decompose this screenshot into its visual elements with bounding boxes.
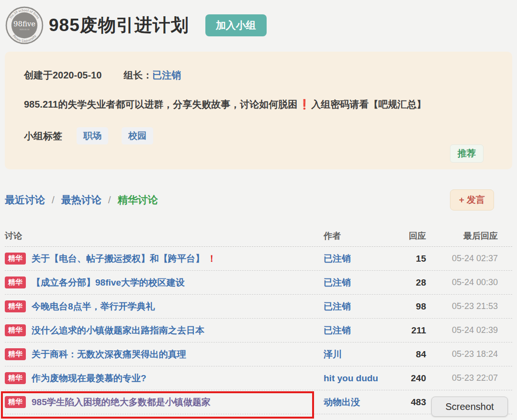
join-group-button[interactable]: 加入小组 — [205, 14, 267, 36]
topic-cell: 精华 今晚电台8点半，举行开学典礼 — [5, 300, 318, 313]
topic-title-link[interactable]: 关于商科：无数次深夜痛哭得出的真理 — [32, 348, 186, 361]
author-link[interactable]: 动物出没 — [324, 397, 360, 407]
digest-badge: 精华 — [5, 372, 26, 384]
logo-center-text: 98five — [13, 20, 35, 28]
red-exclamation-icon: ！ — [207, 253, 216, 265]
digest-badge: 精华 — [5, 300, 26, 312]
author-link[interactable]: 已注销 — [324, 301, 351, 311]
tag-chip-workplace[interactable]: 职场 — [77, 127, 108, 144]
group-logo-stamp: No.39 school of fives Feiwu University 9… — [5, 6, 44, 45]
exclamation-mark-icon: ❗ — [297, 99, 311, 110]
tab-separator: / — [52, 194, 55, 206]
new-post-button[interactable]: + 发言 — [450, 189, 494, 210]
last-reply-time: 05-24 02:39 — [426, 325, 512, 335]
last-reply-time: 05-23 22:07 — [426, 373, 512, 383]
tags-label: 小组标签 — [24, 130, 62, 143]
table-row: 精华 关于【电台、帖子搬运授权】和【跨平台】 ！ 已注销 15 05-24 02… — [5, 247, 512, 271]
replies-count: 15 — [404, 254, 426, 264]
last-reply-time: 05-24 02:37 — [426, 254, 512, 264]
replies-count: 240 — [404, 373, 426, 384]
tag-chip-campus[interactable]: 校园 — [122, 127, 153, 144]
replies-count: 84 — [404, 349, 426, 360]
replies-count: 98 — [404, 301, 426, 312]
logo-date-text: 2020.05.10 — [20, 28, 30, 31]
discussion-tabs-row: 最近讨论 / 最热讨论 / 精华讨论 + 发言 — [5, 189, 512, 210]
table-header-row: 讨论 作者 回应 最后回应 — [5, 225, 512, 247]
tab-recent-discussions[interactable]: 最近讨论 — [5, 193, 45, 207]
digest-badge: 精华 — [5, 324, 26, 336]
page-title: 985废物引进计划 — [49, 13, 189, 37]
owner-link[interactable]: 已注销 — [152, 69, 181, 82]
author-link[interactable]: 已注销 — [324, 277, 351, 287]
topic-title-link[interactable]: 作为废物现在最羡慕的专业? — [32, 372, 146, 385]
replies-count: 28 — [404, 277, 426, 288]
table-row: 精华 今晚电台8点半，举行开学典礼 已注销 98 05-23 21:53 — [5, 295, 512, 319]
header-author: 作者 — [318, 230, 404, 242]
topic-cell: 精华 985学生陷入困境的绝大多数都是小镇做题家 — [5, 396, 318, 409]
tags-line: 小组标签 职场 校园 — [24, 127, 493, 144]
group-info-box: 创建于2020-05-10 组长： 已注销 985.211的失学失业者都可以进群… — [5, 52, 512, 169]
owner-label: 组长： — [124, 69, 152, 82]
digest-badge: 精华 — [5, 253, 26, 265]
header-replies: 回应 — [404, 230, 426, 242]
description-text-after: 入组密码请看【吧规汇总】 — [311, 99, 426, 110]
discussion-tabs: 最近讨论 / 最热讨论 / 精华讨论 — [5, 193, 158, 207]
table-row: 精华 没什么追求的小镇做题家出路指南之去日本 已注销 211 05-24 02:… — [5, 319, 512, 343]
discussion-table: 讨论 作者 回应 最后回应 精华 关于【电台、帖子搬运授权】和【跨平台】 ！ 已… — [5, 225, 512, 414]
author-link[interactable]: hit you dudu — [324, 373, 378, 383]
topic-cell: 精华 没什么追求的小镇做题家出路指南之去日本 — [5, 324, 318, 337]
digest-badge: 精华 — [5, 396, 26, 408]
tab-hottest-discussions[interactable]: 最热讨论 — [61, 193, 101, 207]
topic-cell: 精华 作为废物现在最羡慕的专业? — [5, 372, 318, 385]
last-reply-time: 05-23 18:24 — [426, 349, 512, 359]
table-row: 精华 【成立各分部】98five大学的校区建设 已注销 28 05-24 00:… — [5, 271, 512, 295]
topic-title-link[interactable]: 【成立各分部】98five大学的校区建设 — [32, 276, 185, 289]
tab-digest-discussions[interactable]: 精华讨论 — [118, 193, 158, 207]
description-text: 985.211的失学失业者都可以进群，分享失败故事，讨论如何脱困 — [24, 99, 297, 110]
author-link[interactable]: 已注销 — [324, 325, 351, 335]
topic-cell: 精华 关于【电台、帖子搬运授权】和【跨平台】 ！ — [5, 253, 318, 265]
recommend-button[interactable]: 推荐 — [450, 144, 483, 163]
replies-count: 211 — [404, 325, 426, 336]
topic-title-link[interactable]: 985学生陷入困境的绝大多数都是小镇做题家 — [32, 396, 211, 409]
topic-cell: 精华 【成立各分部】98five大学的校区建设 — [5, 276, 318, 289]
tab-separator: / — [108, 194, 111, 206]
digest-badge: 精华 — [5, 276, 26, 288]
last-reply-time: 05-23 21:53 — [426, 301, 512, 311]
topic-title-link[interactable]: 关于【电台、帖子搬运授权】和【跨平台】 — [32, 253, 204, 265]
group-page: No.39 school of fives Feiwu University 9… — [0, 0, 517, 414]
last-reply-time: 05-24 00:30 — [426, 277, 512, 287]
topic-title-link[interactable]: 今晚电台8点半，举行开学典礼 — [32, 300, 155, 313]
topic-title-link[interactable]: 没什么追求的小镇做题家出路指南之去日本 — [32, 324, 204, 337]
created-date: 创建于2020-05-10 — [24, 69, 101, 82]
table-row: 精华 关于商科：无数次深夜痛哭得出的真理 泽川 84 05-23 18:24 — [5, 343, 512, 366]
group-description: 985.211的失学失业者都可以进群，分享失败故事，讨论如何脱困❗入组密码请看【… — [24, 98, 493, 111]
page-header: No.39 school of fives Feiwu University 9… — [5, 0, 512, 48]
header-topic: 讨论 — [5, 230, 318, 242]
meta-line: 创建于2020-05-10 组长： 已注销 — [24, 69, 493, 82]
table-row: 精华 作为废物现在最羡慕的专业? hit you dudu 240 05-23 … — [5, 366, 512, 390]
author-link[interactable]: 泽川 — [324, 349, 342, 359]
tags-list: 职场 校园 — [77, 127, 153, 144]
screenshot-overlay-button[interactable]: Screenshot — [431, 397, 508, 417]
replies-count: 483 — [404, 397, 426, 408]
header-last-reply: 最后回应 — [426, 230, 512, 242]
digest-badge: 精华 — [5, 348, 26, 360]
topic-cell: 精华 关于商科：无数次深夜痛哭得出的真理 — [5, 348, 318, 361]
author-link[interactable]: 已注销 — [324, 254, 351, 264]
